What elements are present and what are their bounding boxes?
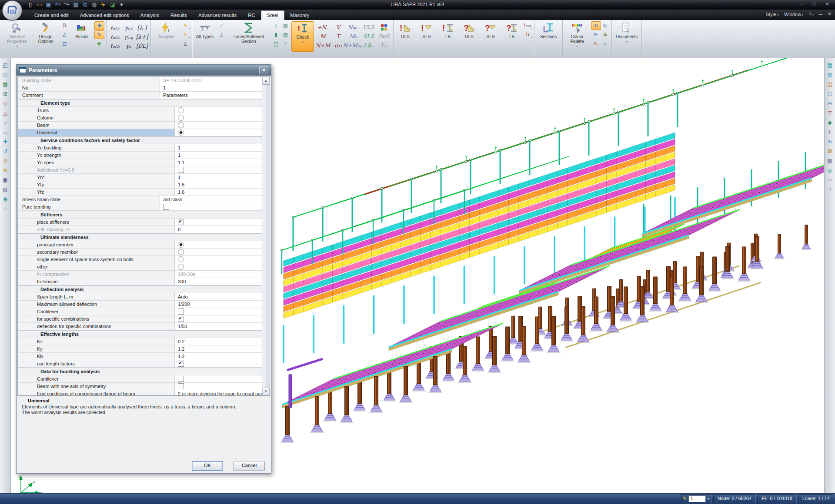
result-button-n[interactable]: γn xyxy=(122,43,135,49)
menu-style[interactable]: Style▾ xyxy=(766,12,779,17)
menu-item[interactable]: ─ xyxy=(819,12,822,17)
param-value[interactable] xyxy=(175,107,262,114)
tab-create-and-edit[interactable]: Create and edit xyxy=(29,11,74,20)
sls-button[interactable]: !SLS xyxy=(417,21,437,51)
documents-button[interactable]: IDocuments▾ xyxy=(614,21,640,51)
lattice-section-icon-5[interactable]: ◫ xyxy=(271,40,281,48)
checkbox-additional-yc-0-8[interactable] xyxy=(178,167,184,173)
param-value[interactable] xyxy=(175,249,262,255)
checkbox-use-length-factors[interactable] xyxy=(178,361,184,367)
left-tool-icon-15[interactable]: ◉ xyxy=(1,195,10,203)
left-tool-icon-14[interactable]: ▨ xyxy=(1,185,10,193)
result-button-ef-b[interactable]: ℓef,b xyxy=(108,43,122,50)
annotate-icon[interactable]: ✎ xyxy=(591,40,600,48)
result-button-ef-z[interactable]: ℓef,z xyxy=(108,33,122,40)
radio-universal[interactable] xyxy=(178,129,184,136)
result-button-defl[interactable]: Defl xyxy=(376,33,391,40)
checkbox-cantilever[interactable] xyxy=(178,308,184,315)
section-points-icon[interactable] xyxy=(376,23,391,31)
load-case-combo[interactable]: ✎ 1. ▼ xyxy=(681,494,712,503)
support-icon[interactable]: ⊥ xyxy=(217,30,226,39)
sections-button[interactable]: Sections xyxy=(536,21,561,51)
left-tool-icon-1[interactable]: ◰ xyxy=(1,61,10,69)
right-tool-icon-14[interactable]: ⌗ xyxy=(825,185,834,193)
param-value[interactable]: 1 xyxy=(160,84,262,91)
param-value[interactable] xyxy=(160,203,262,210)
tab-analysis[interactable]: Analysis xyxy=(135,11,165,20)
menu-item[interactable]: ✕ xyxy=(828,11,832,17)
result-button-item[interactable]: [λ-] xyxy=(135,24,149,31)
right-tool-icon-8[interactable]: ✛ xyxy=(825,128,834,136)
quick-analysis-icon[interactable]: ϟ▾ xyxy=(181,21,190,30)
design-options-button[interactable]: Design Options xyxy=(33,21,59,51)
lb-button[interactable]: ?LB xyxy=(502,21,522,51)
add-element-icon[interactable]: ✚ xyxy=(94,21,104,30)
result-button-mb[interactable]: Mb xyxy=(346,33,361,40)
tab-steel[interactable]: Steel xyxy=(261,10,284,20)
lattice-section-icon-4[interactable]: ▧ xyxy=(281,30,290,39)
param-value[interactable]: 1 xyxy=(175,174,262,181)
left-tool-icon-2[interactable]: ◱ xyxy=(1,70,10,79)
param-value[interactable] xyxy=(175,166,262,173)
param-value[interactable] xyxy=(175,219,262,225)
param-value[interactable]: 180-60a xyxy=(175,271,262,278)
balance-icon[interactable]: ≙ xyxy=(601,30,610,39)
analysis-button[interactable]: IAnalysis xyxy=(153,21,180,51)
ok-button[interactable]: OK xyxy=(192,461,223,471)
param-value[interactable]: 1.1 xyxy=(175,159,262,166)
left-tool-icon-12[interactable]: ⊗ xyxy=(1,166,10,174)
radio-single-element-of-space-truss-system-on-bolts[interactable] xyxy=(178,256,184,262)
tab-masonry[interactable]: Masonry xyxy=(284,11,315,20)
report-icon[interactable]: ℝ xyxy=(60,21,69,30)
checkbox-place-stiffeners[interactable] xyxy=(178,219,184,225)
tab-results[interactable]: Results xyxy=(165,11,193,20)
left-tool-icon-8[interactable]: □ xyxy=(1,128,10,136)
left-tool-icon-11[interactable]: ⊕ xyxy=(1,156,10,165)
param-value[interactable] xyxy=(175,315,262,322)
right-tool-icon-6[interactable]: ▽ xyxy=(825,109,834,117)
chevron-down-icon[interactable]: ▼ xyxy=(707,497,710,501)
check-button[interactable]: !Check▾ xyxy=(291,21,314,52)
param-value[interactable] xyxy=(175,122,262,129)
left-tool-icon-5[interactable]: ◇ xyxy=(1,99,10,107)
lb-button[interactable]: !LB xyxy=(438,21,458,51)
max-factor-icon[interactable]: !max▾ xyxy=(523,21,532,30)
param-value[interactable]: 0 xyxy=(175,226,262,233)
param-value[interactable]: 1.2 xyxy=(175,353,262,360)
left-tool-icon-13[interactable]: ▣ xyxy=(1,176,10,184)
param-value[interactable] xyxy=(175,263,262,270)
left-tool-icon-10[interactable]: ↺ xyxy=(1,147,10,155)
param-value[interactable]: SP 16.13330.2017 xyxy=(160,77,262,84)
dialog-close-icon[interactable]: ✕ xyxy=(259,66,268,74)
radio-secondary-member[interactable] xyxy=(178,249,184,255)
param-value[interactable] xyxy=(175,375,262,382)
result-button-m[interactable]: M xyxy=(315,33,331,40)
balance-check-icon[interactable]: ✓ xyxy=(601,40,610,48)
menu-item[interactable]: ?▾ xyxy=(808,12,814,17)
param-value[interactable] xyxy=(175,114,262,121)
param-value[interactable] xyxy=(175,256,262,263)
all-types-button[interactable]: All Types xyxy=(194,21,216,51)
result-button-n-m[interactable]: N+M xyxy=(315,43,331,49)
result-button-c[interactable]: γc.φ xyxy=(122,33,135,40)
right-tool-icon-4[interactable]: ◻ xyxy=(825,90,834,98)
blocks-button[interactable]: Blocks xyxy=(70,21,93,51)
result-button-uls[interactable]: ULS xyxy=(361,24,376,30)
left-tool-icon-3[interactable]: ▦ xyxy=(1,80,10,88)
right-tool-icon-1[interactable]: ▤ xyxy=(825,61,834,69)
dialog-title-bar[interactable]: Parameters ✕ xyxy=(17,65,271,76)
lattice-section-icon-2[interactable]: ▨ xyxy=(281,21,290,30)
result-button-lb[interactable]: LB▾ xyxy=(361,43,376,49)
right-tool-icon-11[interactable]: ▧ xyxy=(825,156,834,165)
radio-principal-member[interactable] xyxy=(178,242,184,248)
result-button-sls[interactable]: SLS xyxy=(361,33,376,40)
left-tool-icon-9[interactable]: ✚ xyxy=(1,137,10,146)
param-value[interactable]: 1/200 xyxy=(175,301,262,308)
right-tool-icon-2[interactable]: ▥ xyxy=(825,70,834,79)
param-value[interactable]: 1 xyxy=(175,144,262,151)
lattice-section-icon-6[interactable]: ≡ xyxy=(281,40,290,48)
cancel-button[interactable]: Cancel xyxy=(234,461,265,471)
copy-pages-icon[interactable]: ⧉ xyxy=(601,21,610,30)
checkbox-for-specific-combinations[interactable] xyxy=(178,316,184,322)
right-tool-icon-9[interactable]: ↻ xyxy=(825,137,834,146)
